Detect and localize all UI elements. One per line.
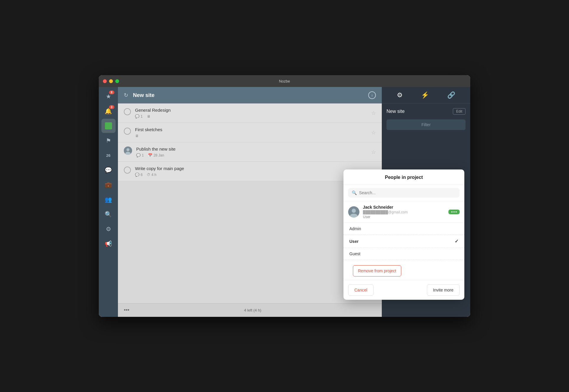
dot2 (453, 211, 455, 213)
comment-icon: 💬 (136, 153, 141, 157)
more-options-button[interactable]: ••• (124, 307, 129, 313)
table-row[interactable]: General Redesign 💬 1 🖥 (118, 103, 382, 123)
comment-count: 💬 1 (135, 114, 143, 118)
task-meta: 💬 6 ⏱ 4 h (135, 173, 376, 177)
task-name: General Redesign (135, 108, 376, 113)
fullscreen-button[interactable] (115, 79, 119, 83)
role-option-user[interactable]: User ✓ (343, 235, 464, 248)
calendar-icon: 26 (106, 153, 110, 158)
sidebar-item-megaphone[interactable]: 📢 (101, 237, 116, 251)
flag-icon: ⚑ (106, 137, 111, 144)
task-name: Write copy for main page (135, 166, 376, 171)
main-content: ↻ New site i General Redesign (118, 87, 382, 317)
person-row: Jack Schneider ██████████@gmail.com User (343, 201, 464, 223)
search-icon: 🔍 (105, 211, 112, 218)
task-checkbox[interactable] (124, 167, 131, 174)
settings-icon[interactable]: ⚙ (397, 91, 403, 99)
megaphone-icon: 📢 (105, 240, 112, 247)
task-list: General Redesign 💬 1 🖥 (118, 103, 382, 303)
comment-icon: 💬 (135, 173, 139, 177)
sidebar-item-comments[interactable]: 💬 (101, 163, 116, 177)
task-meta: 🖥 (135, 134, 376, 138)
task-meta: 💬 1 🖥 (135, 114, 376, 118)
modal-search-area: 🔍 (343, 185, 464, 201)
sidebar-item-priority[interactable]: ★ 8 (101, 89, 116, 103)
role-option-admin[interactable]: Admin (343, 223, 464, 235)
task-meta: 💬 1 📅 28 Jan (136, 153, 376, 157)
person-name: Jack Schneider (363, 205, 445, 210)
star-button[interactable]: ☆ (371, 110, 376, 116)
person-action-button[interactable] (448, 210, 460, 214)
comment-count: 💬 1 (136, 153, 144, 157)
search-input[interactable] (359, 190, 456, 195)
edit-button[interactable]: Edit (453, 108, 466, 115)
svg-point-4 (352, 209, 356, 213)
monitor-icon: 🖥 (147, 114, 150, 118)
titlebar: Nozbe (99, 75, 470, 87)
briefcase-icon: 💼 (105, 181, 112, 188)
task-checkbox[interactable] (124, 128, 131, 135)
refresh-icon[interactable]: ↻ (124, 92, 128, 98)
person-avatar (348, 206, 359, 218)
invite-more-button[interactable]: Invite more (427, 284, 460, 296)
avatar (124, 146, 132, 155)
info-icon[interactable]: i (368, 91, 376, 99)
person-role: User (363, 215, 445, 219)
due-date: 📅 28 Jan (148, 153, 164, 157)
gear-icon: ⚙ (106, 225, 111, 233)
modal-title: People in project (343, 169, 464, 185)
table-row[interactable]: Write copy for main page 💬 6 ⏱ 4 h (118, 162, 382, 181)
sidebar-item-team[interactable]: 👥 (101, 192, 116, 207)
modal-footer: Cancel Invite more (343, 280, 464, 300)
svg-point-5 (350, 214, 358, 218)
sidebar-item-flags[interactable]: ⚑ (101, 134, 116, 148)
window-title: Nozbe (279, 79, 290, 83)
task-name: First sketches (135, 127, 376, 132)
cancel-button[interactable]: Cancel (348, 284, 374, 296)
priority-badge: 8 (109, 90, 114, 94)
project-header: ↻ New site i (118, 87, 382, 103)
role-section-guest: Guest (343, 248, 464, 260)
project-title: New site (133, 92, 154, 98)
sidebar-item-settings[interactable]: ⚙ (101, 222, 116, 236)
sidebar-item-projects[interactable] (101, 119, 116, 133)
person-info: Jack Schneider ██████████@gmail.com User (363, 205, 445, 219)
star-button[interactable]: ☆ (371, 129, 376, 136)
star-button[interactable]: ☆ (371, 149, 376, 155)
search-box: 🔍 (348, 188, 460, 197)
task-content: Write copy for main page 💬 6 ⏱ 4 h (135, 166, 376, 177)
close-button[interactable] (103, 79, 107, 83)
link-icon[interactable]: 🔗 (447, 91, 455, 99)
lightning-icon[interactable]: ⚡ (421, 91, 429, 99)
checkmark-icon: ✓ (455, 238, 458, 244)
clock-icon: ⏱ (147, 173, 150, 177)
screen-icon: 🖥 (147, 114, 150, 118)
right-panel-header: ⚙ ⚡ 🔗 (382, 87, 470, 103)
task-checkbox[interactable] (124, 108, 131, 115)
minimize-button[interactable] (109, 79, 113, 83)
traffic-lights (103, 79, 119, 83)
sidebar-item-calendar[interactable]: 26 (101, 148, 116, 162)
dot3 (455, 211, 457, 213)
role-option-guest[interactable]: Guest (343, 248, 464, 260)
sidebar-item-inbox[interactable]: 🔔 3 (101, 104, 116, 118)
svg-point-1 (126, 148, 129, 151)
task-name: Publish the new site (136, 146, 376, 151)
task-content: First sketches 🖥 (135, 127, 376, 138)
sidebar-item-briefcase[interactable]: 💼 (101, 178, 116, 192)
sidebar-item-search[interactable]: 🔍 (101, 207, 116, 221)
task-bottom-bar: ••• 4 left (4 h) (118, 303, 382, 317)
filter-button[interactable]: Filter (387, 119, 466, 130)
table-row[interactable]: First sketches 🖥 ☆ (118, 123, 382, 142)
remove-from-project-button[interactable]: Remove from project (353, 265, 401, 276)
calendar-icon: 📅 (148, 153, 152, 157)
tasks-count: 4 left (4 h) (244, 308, 262, 312)
projects-icon (105, 122, 112, 129)
sidebar: ★ 8 🔔 3 ⚑ 26 💬 💼 👥 (99, 87, 118, 317)
table-row[interactable]: Publish the new site 💬 1 📅 28 Jan (118, 142, 382, 162)
comment-icon: 💬 (135, 114, 139, 118)
task-content: General Redesign 💬 1 🖥 (135, 108, 376, 118)
inbox-badge: 3 (109, 105, 114, 109)
person-email: ██████████@gmail.com (363, 210, 445, 214)
search-icon: 🔍 (352, 190, 357, 195)
